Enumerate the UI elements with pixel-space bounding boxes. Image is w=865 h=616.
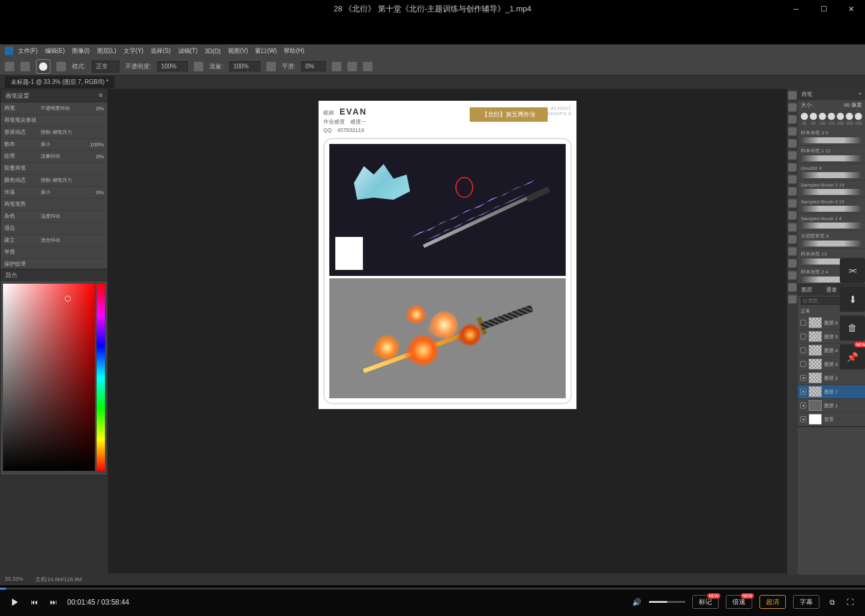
panel-menu-icon[interactable]: ≡ bbox=[99, 92, 103, 100]
nav-icon[interactable] bbox=[788, 223, 797, 232]
nav-icon[interactable] bbox=[788, 127, 797, 136]
progress-bar[interactable] bbox=[0, 588, 865, 590]
menu-filter[interactable]: 滤镜(T) bbox=[178, 47, 198, 55]
brush-preset-item[interactable]: 火焰喷射笔 8 bbox=[798, 231, 865, 249]
nav-icon[interactable] bbox=[788, 163, 797, 172]
brush-setting-row[interactable]: 画笔笔势 bbox=[1, 199, 107, 211]
visibility-toggle[interactable] bbox=[800, 333, 806, 339]
visibility-toggle[interactable] bbox=[800, 402, 806, 408]
nav-icon[interactable] bbox=[788, 151, 797, 160]
speed-button[interactable]: 倍速NEW bbox=[726, 595, 752, 609]
panel-menu-icon[interactable]: » bbox=[858, 91, 861, 98]
brush-preset-item[interactable]: Sampled Brush 3 19 bbox=[798, 181, 865, 197]
nav-icon[interactable] bbox=[788, 283, 797, 292]
nav-icon[interactable] bbox=[788, 115, 797, 124]
brush-setting-row[interactable]: 形状动态控制: 钢笔压力 bbox=[1, 127, 107, 139]
brush-size-preset[interactable]: 400 bbox=[855, 113, 862, 125]
nav-icon[interactable] bbox=[788, 259, 797, 268]
brush-setting-row[interactable]: 画笔笔尖形状 bbox=[1, 115, 107, 127]
pressure-opacity-icon[interactable] bbox=[194, 62, 203, 71]
visibility-toggle[interactable] bbox=[800, 347, 806, 353]
visibility-toggle[interactable] bbox=[800, 389, 806, 395]
delete-button[interactable]: 🗑 bbox=[840, 315, 865, 341]
brush-setting-row[interactable]: 建立混合抖动 bbox=[1, 235, 107, 247]
brush-setting-row[interactable]: 颜色动态控制: 钢笔压力 bbox=[1, 175, 107, 187]
quality-button[interactable]: 超清 bbox=[759, 595, 786, 609]
brush-setting-row[interactable]: 湿边 bbox=[1, 223, 107, 235]
brush-setting-row[interactable]: 散布最小100% bbox=[1, 139, 107, 151]
nav-icon[interactable] bbox=[788, 175, 797, 184]
volume-slider[interactable] bbox=[649, 601, 685, 603]
channels-tab[interactable]: 通道 bbox=[826, 286, 837, 294]
gear-icon[interactable] bbox=[332, 62, 341, 71]
menu-3d[interactable]: 3D(D) bbox=[205, 48, 221, 55]
share-button[interactable]: ⫘ bbox=[840, 258, 865, 283]
nav-icon[interactable] bbox=[788, 295, 797, 304]
brush-size-preset[interactable]: 50 bbox=[810, 113, 817, 125]
menu-window[interactable]: 窗口(W) bbox=[255, 47, 277, 55]
subtitle-button[interactable]: 字幕 bbox=[793, 595, 819, 609]
document-tab[interactable]: 未标题-1 @ 33.3% (图层 7, RGB/8) * bbox=[5, 76, 115, 88]
mode-dropdown[interactable]: 正常 bbox=[92, 61, 119, 73]
airbrush-icon[interactable] bbox=[266, 62, 276, 71]
color-field[interactable] bbox=[3, 284, 95, 471]
visibility-toggle[interactable] bbox=[800, 320, 806, 326]
layer-item[interactable]: 背景 bbox=[798, 413, 865, 426]
pin-button[interactable]: 📌NEW bbox=[840, 344, 865, 369]
brush-preset-item[interactable]: 样本画笔 3 5 bbox=[798, 128, 865, 146]
home-icon[interactable] bbox=[5, 62, 14, 71]
brush-setting-row[interactable]: 纹理流量抖动0% bbox=[1, 151, 107, 163]
layer-item[interactable]: 图层 1 bbox=[798, 399, 865, 413]
brush-panel-icon[interactable] bbox=[56, 62, 66, 71]
menu-view[interactable]: 视图(V) bbox=[228, 47, 248, 55]
menu-edit[interactable]: 编辑(E) bbox=[45, 47, 65, 55]
visibility-toggle[interactable] bbox=[800, 416, 806, 422]
zoom-level[interactable]: 33.33% bbox=[5, 576, 23, 584]
maximize-button[interactable]: ☐ bbox=[810, 0, 837, 18]
nav-icon[interactable] bbox=[788, 187, 797, 196]
brush-size-preset[interactable]: 100 bbox=[819, 113, 826, 125]
volume-icon[interactable]: 🔊 bbox=[631, 597, 642, 608]
brush-preset-item[interactable]: 样本画笔 1 12 bbox=[798, 146, 865, 164]
prev-button[interactable]: ⏮ bbox=[29, 597, 40, 608]
menu-text[interactable]: 文字(Y) bbox=[124, 47, 143, 55]
play-button[interactable] bbox=[10, 597, 20, 608]
brush-preset-item[interactable]: Sampled Brush 1 4 bbox=[798, 214, 865, 231]
size-value[interactable]: 46 像素 bbox=[843, 101, 862, 109]
brush-size-preset[interactable]: 150 bbox=[828, 113, 835, 125]
brush-size-preset[interactable]: 200 bbox=[837, 113, 844, 125]
brush-preset-item[interactable]: cloud02 4 bbox=[798, 164, 865, 181]
menu-layer[interactable]: 图层(L) bbox=[97, 47, 116, 55]
brush-preset-item[interactable]: Sampled Brush 4 15 bbox=[798, 197, 865, 214]
minimize-button[interactable]: ─ bbox=[782, 0, 810, 18]
smooth-input[interactable]: 0% bbox=[301, 61, 325, 71]
layer-item[interactable]: 图层 2 bbox=[798, 371, 865, 385]
nav-icon[interactable] bbox=[788, 103, 797, 112]
opacity-input[interactable]: 100% bbox=[157, 61, 188, 71]
nav-icon[interactable] bbox=[788, 199, 797, 208]
nav-icon[interactable] bbox=[788, 91, 797, 100]
menu-help[interactable]: 帮助(H) bbox=[284, 47, 304, 55]
pip-button[interactable]: ⧉ bbox=[827, 597, 837, 608]
nav-icon[interactable] bbox=[788, 271, 797, 280]
brush-setting-row[interactable]: 双重画笔 bbox=[1, 163, 107, 175]
brush-setting-row[interactable]: 平滑 bbox=[1, 247, 107, 259]
brush-size-preset[interactable]: 300 bbox=[846, 113, 853, 125]
menu-select[interactable]: 选择(S) bbox=[151, 47, 170, 55]
canvas-area[interactable]: 昵称 EVAN 作业难度 难度一 QQ 457832119 ALIGHTWORK… bbox=[108, 89, 787, 573]
brush-setting-row[interactable]: 杂色湿度抖动 bbox=[1, 211, 107, 223]
visibility-toggle[interactable] bbox=[800, 361, 806, 367]
flow-input[interactable]: 100% bbox=[229, 61, 260, 71]
download-button[interactable]: ⬇ bbox=[840, 287, 865, 312]
pressure-size-icon[interactable] bbox=[347, 62, 357, 71]
nav-icon[interactable] bbox=[788, 247, 797, 256]
brush-setting-row[interactable]: 画笔不透明度抖动0% bbox=[1, 103, 107, 115]
layer-item[interactable]: 图层 7 bbox=[798, 385, 865, 399]
brush-preset-picker[interactable] bbox=[36, 59, 50, 74]
hue-slider[interactable] bbox=[97, 284, 105, 471]
mark-button[interactable]: 标记NEW bbox=[692, 595, 719, 609]
menu-image[interactable]: 图像(I) bbox=[72, 47, 89, 55]
visibility-toggle[interactable] bbox=[800, 375, 806, 381]
nav-icon[interactable] bbox=[788, 235, 797, 244]
color-tab[interactable]: 颜色 bbox=[1, 269, 22, 281]
